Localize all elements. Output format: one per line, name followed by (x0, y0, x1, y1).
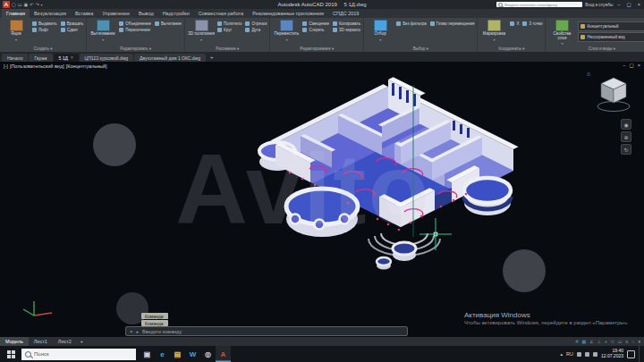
file-tab[interactable]: Двухэтажный дом 1 ОКС.dwg (134, 54, 206, 62)
ribbon-tool[interactable]: Стереть (302, 28, 329, 32)
volume-icon[interactable] (585, 352, 589, 357)
ribbon-big-button[interactable]: Маркировка▾ (480, 19, 507, 42)
battery-icon[interactable] (593, 352, 597, 357)
open-file-icon[interactable]: ▭ (18, 1, 22, 8)
start-button[interactable] (0, 346, 21, 362)
network-icon[interactable] (577, 352, 581, 357)
close-icon[interactable]: × (130, 329, 133, 334)
status-toggle-icon[interactable]: ○ (631, 339, 634, 344)
help-search-input[interactable]: Введите ключевое слово/фразу (496, 2, 582, 7)
viewport-controls-menu[interactable]: [-] (4, 63, 8, 69)
ribbon-tool[interactable]: Смещение (302, 21, 329, 26)
ribbon-tool[interactable]: Копировать (333, 21, 360, 26)
viewcube[interactable]: ⌂ (592, 71, 635, 117)
status-toggle-icon[interactable]: ◇ (611, 339, 614, 344)
save-icon[interactable]: ▣ (23, 1, 28, 8)
clock[interactable]: 19:40 12.07.2023 (601, 349, 623, 359)
status-toggle-icon[interactable]: ▾ (638, 339, 640, 344)
new-drawing-button[interactable]: + (207, 53, 217, 62)
layout-tab[interactable]: Модель (0, 337, 29, 346)
ribbon-big-button[interactable]: Вытягивание▾ (89, 19, 116, 42)
undo-icon[interactable]: ↶ (30, 1, 33, 8)
notifications-icon[interactable] (627, 350, 635, 358)
taskbar-autocad-icon[interactable]: A (216, 346, 231, 362)
ribbon-tab[interactable]: Вставка (71, 9, 97, 18)
close-icon[interactable]: × (71, 55, 73, 60)
status-toggle-icon[interactable]: ∠ (589, 339, 593, 344)
ribbon-tool[interactable]: Выдавить (32, 21, 57, 26)
ribbon-tool[interactable]: 3 точки (522, 21, 542, 26)
hidden-icons-icon[interactable]: ▴ (561, 351, 564, 357)
ribbon-tab[interactable]: Рекомендованные приложения (248, 9, 328, 18)
ribbon-big-button[interactable]: Отбор▾ (367, 19, 394, 42)
taskbar-search-input[interactable]: Поиск (21, 349, 136, 360)
status-toggle-icon[interactable]: # (576, 339, 579, 344)
panel-caption[interactable]: Рисование ▾ (188, 46, 267, 52)
viewcube-home-icon[interactable]: ⌂ (587, 71, 590, 77)
status-toggle-icon[interactable]: ▦ (581, 339, 586, 344)
new-layout-button[interactable]: + (77, 337, 87, 346)
panel-caption[interactable]: Создать ▾ (3, 46, 83, 52)
status-toggle-icon[interactable]: ≡ (626, 339, 629, 344)
ribbon-tab[interactable]: Визуализация (30, 9, 71, 18)
qat-dropdown-icon[interactable]: ▾ (41, 3, 43, 7)
taskbar-task-view-icon[interactable]: ▣ (140, 346, 155, 362)
file-tab[interactable]: 5 1Д× (54, 54, 79, 62)
file-tab[interactable]: ЦП122 курсовой.dwg (80, 54, 134, 62)
panel-caption[interactable]: Выбор ▾ (367, 46, 474, 52)
visual-style-menu[interactable]: [Концептуальный] (66, 63, 107, 69)
command-input[interactable]: Введите команду (142, 329, 182, 334)
status-toggle-icon[interactable]: ⊥ (597, 339, 601, 344)
drawing-canvas[interactable] (0, 62, 644, 337)
show-desktop-button[interactable] (639, 346, 642, 362)
nav-tool-icon[interactable]: ⊕ (621, 131, 631, 142)
ribbon-tool[interactable]: Сдвиг (61, 28, 84, 32)
panel-caption[interactable]: Редактирование ▾ (273, 46, 360, 52)
minimize-button[interactable]: − (615, 2, 622, 7)
ribbon-combo[interactable]: Концептуальный▾ (578, 21, 644, 31)
autocad-logo-icon[interactable]: A (3, 1, 10, 8)
ribbon-tool[interactable]: X (510, 21, 519, 26)
status-toggle-icon[interactable]: + (605, 339, 607, 344)
ribbon-tool[interactable]: Дуга (245, 28, 267, 32)
nav-tool-icon[interactable]: ◉ (621, 119, 631, 130)
ribbon-tool[interactable]: Политело (217, 21, 242, 26)
taskbar-explorer-icon[interactable]: ▤ (170, 346, 185, 362)
ribbon-tab[interactable]: Вывод (134, 9, 158, 18)
viewport[interactable]: Avito [-] [Пользовательский вид] [Концеп… (0, 62, 644, 337)
doc-minimize-button[interactable]: − (623, 63, 625, 68)
ribbon-combo[interactable]: Несохраненный вид▾ (578, 32, 644, 42)
ribbon-tool[interactable]: Без фильтра (396, 21, 427, 26)
ribbon-big-button[interactable]: 3D полилиния▾ (188, 19, 215, 42)
ribbon-big-button[interactable]: Переместить▾ (273, 19, 300, 42)
doc-close-button[interactable]: × (638, 63, 640, 68)
ribbon-tool[interactable]: Отрезок (245, 21, 267, 26)
maximize-button[interactable]: ▢ (625, 2, 633, 7)
doc-restore-button[interactable]: ▢ (630, 63, 634, 68)
sign-in-link[interactable]: Вход в службы (585, 3, 613, 7)
ribbon-tool[interactable]: Круг (217, 28, 242, 32)
ribbon-tab[interactable]: СПДС 2019 (328, 9, 363, 18)
close-button[interactable]: × (636, 2, 642, 7)
ribbon-tool[interactable]: Вращать (61, 21, 84, 26)
layout-tab[interactable]: Лист1 (29, 337, 53, 346)
taskbar-word-icon[interactable]: W (185, 346, 200, 362)
taskbar-browser-icon[interactable]: ◎ (200, 346, 216, 362)
file-tab[interactable]: Начало (2, 54, 28, 62)
ribbon-tool[interactable]: Вычитание (155, 21, 182, 26)
ribbon-tool[interactable]: Объединение (119, 21, 151, 26)
layout-tab[interactable]: Лист2 (53, 337, 77, 346)
panel-caption[interactable]: Координаты ▾ (480, 46, 542, 52)
taskbar-edge-icon[interactable]: e (155, 346, 170, 362)
file-tab[interactable]: Гараж (29, 54, 52, 62)
ribbon-tab[interactable]: Надстройки (158, 9, 194, 18)
ribbon-tool[interactable]: Пересечение (119, 28, 151, 32)
nav-tool-icon[interactable]: ↻ (621, 144, 631, 155)
view-controls-menu[interactable]: [Пользовательский вид] (10, 63, 64, 69)
command-line[interactable]: × ▸ Введите команду (125, 326, 408, 336)
ribbon-tab[interactable]: Управление (97, 9, 134, 18)
ribbon-tool[interactable]: Гизмо перемещения (430, 21, 475, 26)
language-indicator[interactable]: RU (566, 351, 573, 357)
status-toggle-icon[interactable]: ▭ (618, 339, 623, 344)
ribbon-big-button[interactable]: Ящик▾ (3, 19, 30, 42)
